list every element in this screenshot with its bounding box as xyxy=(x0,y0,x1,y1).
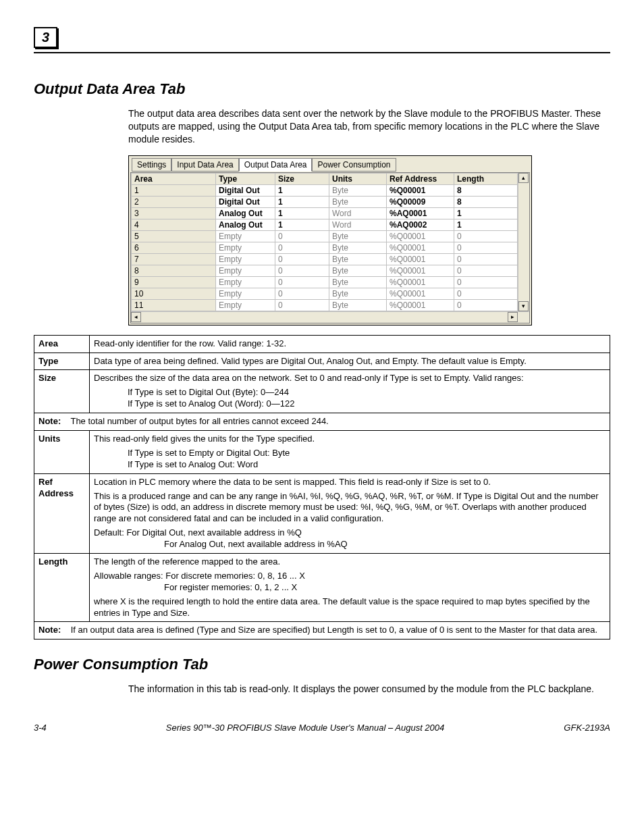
col-area[interactable]: Area xyxy=(132,173,216,184)
grid-cell[interactable]: Analog Out xyxy=(216,207,275,219)
grid-cell[interactable]: 0 xyxy=(275,288,329,299)
scroll-left-icon[interactable]: ◂ xyxy=(131,312,141,322)
grid-cell[interactable]: Empty xyxy=(216,230,275,242)
grid-cell[interactable]: Byte xyxy=(329,253,387,265)
table-row[interactable]: 10Empty0Byte%Q000010 xyxy=(132,288,518,299)
grid-cell[interactable]: 0 xyxy=(454,253,518,265)
grid-cell[interactable]: Word xyxy=(329,207,387,219)
grid-cell[interactable]: 5 xyxy=(132,230,216,242)
grid-cell[interactable]: 10 xyxy=(132,288,216,299)
grid-cell[interactable]: 0 xyxy=(454,242,518,253)
table-row[interactable]: 9Empty0Byte%Q000010 xyxy=(132,276,518,288)
grid-cell[interactable]: 0 xyxy=(275,265,329,276)
grid-cell[interactable]: %AQ0002 xyxy=(387,219,454,230)
col-type[interactable]: Type xyxy=(216,173,275,184)
grid-cell[interactable]: 0 xyxy=(275,276,329,288)
grid-cell[interactable]: Empty xyxy=(216,288,275,299)
grid-cell[interactable]: 1 xyxy=(132,184,216,196)
grid-cell[interactable]: 0 xyxy=(454,288,518,299)
table-row[interactable]: 1Digital Out1Byte%Q000018 xyxy=(132,184,518,196)
table-row[interactable]: 6Empty0Byte%Q000010 xyxy=(132,242,518,253)
def-note2: Note: If an output data area is defined … xyxy=(34,622,610,640)
grid-cell[interactable]: Byte xyxy=(329,288,387,299)
output-data-grid[interactable]: Area Type Size Units Ref Address Length … xyxy=(131,173,518,311)
grid-cell[interactable]: 1 xyxy=(275,196,329,207)
grid-cell[interactable]: 8 xyxy=(132,265,216,276)
grid-cell[interactable]: 4 xyxy=(132,219,216,230)
table-row[interactable]: 8Empty0Byte%Q000010 xyxy=(132,265,518,276)
col-units[interactable]: Units xyxy=(329,173,387,184)
grid-cell[interactable]: 2 xyxy=(132,196,216,207)
col-size[interactable]: Size xyxy=(275,173,329,184)
grid-cell[interactable]: Empty xyxy=(216,265,275,276)
data-grid-wrap: Area Type Size Units Ref Address Length … xyxy=(130,172,530,323)
table-row[interactable]: 7Empty0Byte%Q000010 xyxy=(132,253,518,265)
grid-cell[interactable]: Byte xyxy=(329,276,387,288)
def-units-text3: If Type is set to Analog Out: Word xyxy=(128,459,606,471)
grid-cell[interactable]: 0 xyxy=(454,230,518,242)
grid-cell[interactable]: Byte xyxy=(329,299,387,311)
grid-cell[interactable]: Analog Out xyxy=(216,219,275,230)
grid-cell[interactable]: %AQ0001 xyxy=(387,207,454,219)
grid-cell[interactable]: Empty xyxy=(216,242,275,253)
table-row[interactable]: 3Analog Out1Word%AQ00011 xyxy=(132,207,518,219)
grid-cell[interactable]: Empty xyxy=(216,299,275,311)
table-row[interactable]: 4Analog Out1Word%AQ00021 xyxy=(132,219,518,230)
grid-cell[interactable]: Byte xyxy=(329,265,387,276)
grid-cell[interactable]: 1 xyxy=(454,219,518,230)
grid-cell[interactable]: 11 xyxy=(132,299,216,311)
tab-output-data-area[interactable]: Output Data Area xyxy=(239,158,313,172)
grid-cell[interactable]: 6 xyxy=(132,242,216,253)
grid-cell[interactable]: %Q00001 xyxy=(387,288,454,299)
grid-cell[interactable]: Word xyxy=(329,219,387,230)
grid-cell[interactable]: 0 xyxy=(454,299,518,311)
def-ref-key: Ref Address xyxy=(34,473,90,553)
grid-cell[interactable]: %Q00001 xyxy=(387,230,454,242)
grid-cell[interactable]: Byte xyxy=(329,230,387,242)
grid-cell[interactable]: %Q00001 xyxy=(387,299,454,311)
grid-cell[interactable]: 0 xyxy=(275,299,329,311)
scroll-up-icon[interactable]: ▴ xyxy=(518,173,529,183)
grid-cell[interactable]: %Q00001 xyxy=(387,276,454,288)
col-ref-address[interactable]: Ref Address xyxy=(387,173,454,184)
grid-cell[interactable]: 0 xyxy=(275,253,329,265)
grid-cell[interactable]: Byte xyxy=(329,242,387,253)
grid-cell[interactable]: %Q00001 xyxy=(387,184,454,196)
grid-cell[interactable]: 3 xyxy=(132,207,216,219)
col-length[interactable]: Length xyxy=(454,173,518,184)
scroll-down-icon[interactable]: ▾ xyxy=(518,301,529,311)
grid-cell[interactable]: %Q00001 xyxy=(387,242,454,253)
def-size-text2: If Type is set to Digital Out (Byte): 0—… xyxy=(128,387,606,398)
grid-cell[interactable]: Byte xyxy=(329,184,387,196)
grid-cell[interactable]: %Q00009 xyxy=(387,196,454,207)
table-row[interactable]: 5Empty0Byte%Q000010 xyxy=(132,230,518,242)
grid-cell[interactable]: Empty xyxy=(216,276,275,288)
grid-cell[interactable]: 1 xyxy=(275,207,329,219)
tab-power-consumption[interactable]: Power Consumption xyxy=(312,158,396,172)
grid-cell[interactable]: 0 xyxy=(454,265,518,276)
vertical-scrollbar[interactable]: ▴ ▾ xyxy=(518,173,529,311)
grid-cell[interactable]: %Q00001 xyxy=(387,265,454,276)
grid-cell[interactable]: 8 xyxy=(454,184,518,196)
table-row[interactable]: 2Digital Out1Byte%Q000098 xyxy=(132,196,518,207)
grid-cell[interactable]: 0 xyxy=(275,230,329,242)
grid-cell[interactable]: Digital Out xyxy=(216,196,275,207)
grid-cell[interactable]: 7 xyxy=(132,253,216,265)
scroll-right-icon[interactable]: ▸ xyxy=(508,312,518,322)
grid-cell[interactable]: 0 xyxy=(275,242,329,253)
table-row[interactable]: 11Empty0Byte%Q000010 xyxy=(132,299,518,311)
grid-cell[interactable]: 0 xyxy=(454,276,518,288)
grid-cell[interactable]: 8 xyxy=(454,196,518,207)
grid-cell[interactable]: 1 xyxy=(454,207,518,219)
grid-cell[interactable]: 1 xyxy=(275,219,329,230)
tab-input-data-area[interactable]: Input Data Area xyxy=(171,158,238,172)
section2-intro-text: The information in this tab is read-only… xyxy=(128,683,610,696)
grid-cell[interactable]: Digital Out xyxy=(216,184,275,196)
grid-cell[interactable]: 9 xyxy=(132,276,216,288)
grid-cell[interactable]: %Q00001 xyxy=(387,253,454,265)
grid-cell[interactable]: Byte xyxy=(329,196,387,207)
grid-cell[interactable]: Empty xyxy=(216,253,275,265)
horizontal-scrollbar[interactable]: ◂ ▸ xyxy=(131,311,529,323)
grid-cell[interactable]: 1 xyxy=(275,184,329,196)
tab-settings[interactable]: Settings xyxy=(132,158,171,172)
